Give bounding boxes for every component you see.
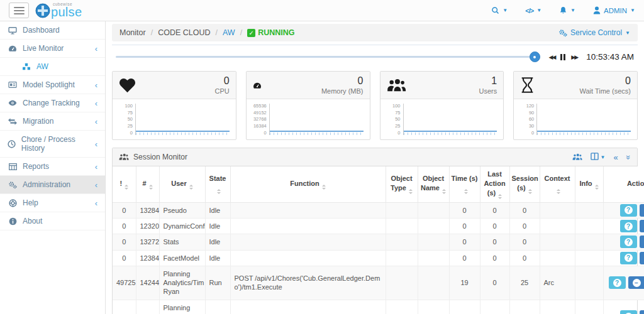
- sidebar-item-administration[interactable]: Administration‹: [0, 176, 105, 194]
- sort-icon[interactable]: [149, 185, 153, 190]
- stat-card-header: 0Memory (MB): [247, 72, 370, 99]
- column-header-info[interactable]: Info: [575, 166, 603, 202]
- users-icon[interactable]: [572, 153, 582, 161]
- slider-handle[interactable]: [530, 51, 540, 62]
- sidebar-item-live-monitor[interactable]: Live Monitor‹: [0, 40, 105, 58]
- column-header-state[interactable]: State: [205, 166, 230, 202]
- cell-object-name: [418, 202, 449, 218]
- column-header-time-s[interactable]: Time (s): [449, 166, 480, 202]
- session-more-button[interactable]: −: [640, 204, 644, 217]
- y-tick-label: 0: [531, 131, 534, 136]
- cell-alert: 49725: [113, 266, 136, 300]
- cell-id: 14244: [136, 266, 159, 300]
- column-header-user[interactable]: User: [159, 166, 205, 202]
- sort-icon[interactable]: [322, 185, 326, 190]
- table-row[interactable]: 012320DynamicConfigIdle000?−: [113, 218, 644, 234]
- table-row[interactable]: 4972514244Planning Analytics/Tim RyanRun…: [113, 266, 644, 300]
- sort-icon[interactable]: [409, 189, 413, 194]
- users-icon: [119, 153, 129, 161]
- sort-icon[interactable]: [498, 194, 502, 199]
- stat-cards: 0CPU10075502500Memory (MB)65536491523276…: [112, 71, 638, 140]
- check-icon: ✓: [247, 29, 255, 37]
- session-info-button[interactable]: ?: [620, 252, 637, 264]
- sort-icon[interactable]: [595, 185, 599, 190]
- cell-action: ?−: [603, 250, 644, 266]
- sidebar-item-help[interactable]: Help‹: [0, 194, 105, 212]
- cell-last-action: 0: [480, 202, 509, 218]
- collapse-left-icon[interactable]: «: [614, 153, 618, 161]
- cell-time: 0: [449, 250, 480, 266]
- fast-forward-icon[interactable]: ▶▶: [571, 54, 577, 60]
- action-buttons: ?−: [604, 310, 644, 314]
- code-menu[interactable]: </>▼: [525, 7, 541, 14]
- column-header-object-type[interactable]: Object Type: [386, 166, 418, 202]
- stat-mini-chart: 655364915232768163840: [247, 99, 370, 139]
- stat-card-values: 0Memory (MB): [321, 75, 364, 96]
- sidebar-item-model-spotlight[interactable]: Model Spotlight‹: [0, 76, 105, 94]
- breadcrumb-aw[interactable]: AW: [223, 28, 235, 37]
- cell-context: [540, 202, 575, 218]
- columns-menu[interactable]: ▼: [591, 153, 606, 162]
- session-more-button[interactable]: −: [640, 310, 644, 314]
- sort-icon[interactable]: [557, 189, 560, 194]
- brand-name: pulse: [51, 6, 82, 18]
- session-info-button[interactable]: ?: [620, 220, 637, 232]
- table-row[interactable]: 013272StatsIdle000?−: [113, 234, 644, 250]
- action-buttons: ?−: [604, 252, 644, 264]
- cell-id: 12320: [136, 218, 159, 234]
- slider-track[interactable]: [116, 56, 540, 58]
- cell-object-type: [386, 202, 418, 218]
- sort-icon[interactable]: [189, 185, 193, 190]
- sidebar-item-migration[interactable]: Migration‹: [0, 112, 105, 131]
- session-cancel-button[interactable]: −: [628, 276, 644, 289]
- session-more-button[interactable]: −: [640, 252, 644, 264]
- sidebar-item-dashboard[interactable]: Dashboard: [0, 21, 105, 40]
- pause-icon[interactable]: [560, 54, 565, 60]
- sidebar-item-chore-process-history[interactable]: Chore / Process History‹: [0, 131, 105, 158]
- collapse-up-icon[interactable]: »: [624, 154, 633, 159]
- column-header-action[interactable]: Action: [603, 166, 644, 202]
- sidebar-item-change-tracking[interactable]: Change Tracking‹: [0, 94, 105, 112]
- sidebar-item-aw[interactable]: AW: [0, 58, 105, 76]
- sidebar-item-about[interactable]: About: [0, 212, 105, 230]
- column-header-[interactable]: #: [136, 166, 159, 202]
- main-content: Monitor/CODE CLOUD/AW / ✓ RUNNING Servic…: [106, 21, 644, 314]
- notifications-menu[interactable]: ▼: [559, 6, 575, 14]
- session-more-button[interactable]: −: [640, 236, 644, 248]
- breadcrumb-separator: /: [151, 28, 153, 37]
- service-control-button[interactable]: Service Control ▼: [558, 28, 630, 37]
- sort-icon[interactable]: [528, 189, 532, 194]
- sort-icon[interactable]: [464, 189, 468, 194]
- sort-icon[interactable]: [125, 185, 128, 190]
- session-more-button[interactable]: −: [640, 220, 644, 232]
- menu-toggle-button[interactable]: [9, 3, 29, 18]
- column-header-[interactable]: !: [113, 166, 136, 202]
- column-header-last-action-s[interactable]: Last Action (s): [480, 166, 509, 202]
- table-row[interactable]: 013284PseudoIdle000?−: [113, 202, 644, 218]
- session-info-button[interactable]: ?: [620, 310, 637, 314]
- column-header-label: !: [119, 180, 122, 187]
- sort-icon[interactable]: [217, 189, 221, 194]
- sort-icon[interactable]: [442, 189, 446, 194]
- table-row[interactable]: 4972513384Planning Analytics/Tim RyanIdl…: [113, 300, 644, 314]
- session-info-button[interactable]: ?: [609, 276, 626, 289]
- column-header-object-name[interactable]: Object Name: [418, 166, 449, 202]
- sidebar-item-label: About: [23, 217, 42, 225]
- session-info-button[interactable]: ?: [620, 204, 637, 217]
- sidebar-item-label: AW: [36, 62, 48, 71]
- y-tick-label: 100: [125, 104, 133, 109]
- column-header-context[interactable]: Context: [540, 166, 575, 202]
- sidebar-item-reports[interactable]: Reports‹: [0, 158, 105, 176]
- action-buttons: ?−−: [604, 276, 644, 289]
- fast-backward-icon[interactable]: ◀◀: [549, 54, 555, 60]
- user-menu[interactable]: ADMIN ▼: [593, 6, 635, 14]
- column-header-session-s[interactable]: Session (s): [509, 166, 540, 202]
- column-header-function[interactable]: Function: [230, 166, 386, 202]
- search-menu[interactable]: ▼: [491, 6, 508, 14]
- table-row[interactable]: 012384FacetModelIdle000?−: [113, 250, 644, 266]
- session-info-button[interactable]: ?: [620, 236, 637, 248]
- pulse-logo[interactable]: cubewise pulse: [35, 3, 82, 19]
- cell-state: Run: [205, 266, 230, 300]
- cell-function: POST /api/v1/Chores('Cub.GeneralLedger.D…: [230, 266, 386, 300]
- timeline-slider[interactable]: [116, 51, 540, 62]
